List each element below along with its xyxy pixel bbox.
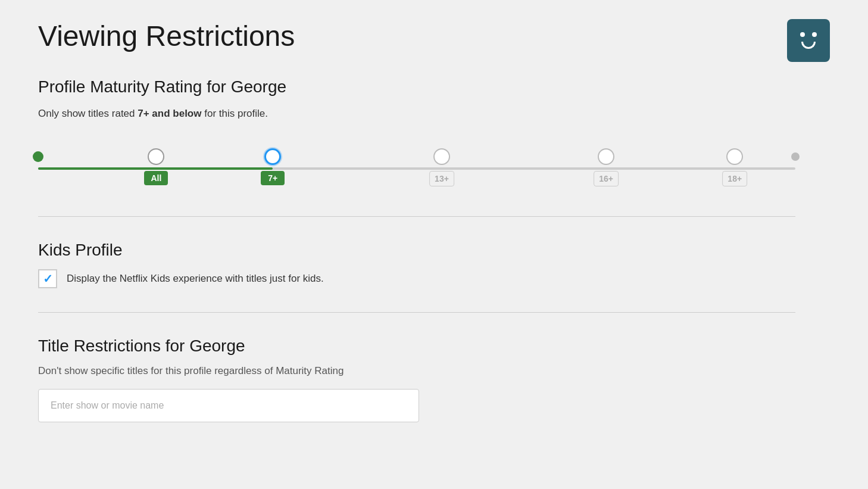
kids-checkbox-row: ✓ Display the Netflix Kids experience wi… (38, 269, 795, 288)
slider-dot-13[interactable] (433, 148, 450, 165)
title-restrictions-section: Title Restrictions for George Don't show… (38, 337, 795, 422)
avatar-eye-left (800, 32, 805, 37)
maturity-slider[interactable]: All 7+ 13+ 16+ 18+ (38, 145, 795, 192)
divider-2 (38, 312, 795, 313)
title-restrictions-description: Don't show specific titles for this prof… (38, 365, 795, 377)
avatar-face (800, 32, 817, 49)
slider-labels-row: All 7+ 13+ 16+ 18+ (38, 171, 795, 192)
slider-label-16: 16+ (594, 171, 619, 186)
slider-label-all: All (144, 171, 168, 185)
page-title: Viewing Restrictions (38, 19, 295, 54)
slider-dot-all[interactable] (148, 148, 164, 165)
description-prefix: Only show titles rated (38, 108, 138, 119)
kids-checkbox[interactable]: ✓ (38, 269, 57, 288)
maturity-rating-description: Only show titles rated 7+ and below for … (38, 106, 795, 122)
slider-dot-7[interactable] (264, 148, 281, 165)
title-restrictions-title: Title Restrictions for George (38, 337, 795, 356)
avatar-eye-right (812, 32, 817, 37)
slider-label-13: 13+ (429, 171, 454, 186)
slider-dots-row (38, 145, 795, 169)
avatar[interactable] (787, 19, 830, 62)
divider-1 (38, 216, 795, 217)
checkmark-icon: ✓ (43, 272, 53, 286)
kids-profile-section: Kids Profile ✓ Display the Netflix Kids … (38, 241, 795, 288)
slider-dot-16[interactable] (598, 148, 614, 165)
slider-dot-end (791, 152, 800, 161)
avatar-eyes (800, 32, 817, 37)
description-bold: 7+ and below (138, 108, 201, 119)
maturity-rating-title: Profile Maturity Rating for George (38, 77, 795, 96)
slider-dot-start[interactable] (33, 151, 43, 162)
title-search-input[interactable] (38, 389, 419, 422)
kids-profile-title: Kids Profile (38, 241, 795, 260)
slider-label-18: 18+ (722, 171, 747, 186)
slider-dot-18[interactable] (726, 148, 743, 165)
kids-checkbox-label: Display the Netflix Kids experience with… (67, 273, 324, 285)
maturity-rating-section: Profile Maturity Rating for George Only … (38, 77, 795, 193)
description-suffix: for this profile. (201, 108, 268, 119)
avatar-smile (801, 42, 816, 49)
slider-label-7: 7+ (261, 171, 285, 185)
